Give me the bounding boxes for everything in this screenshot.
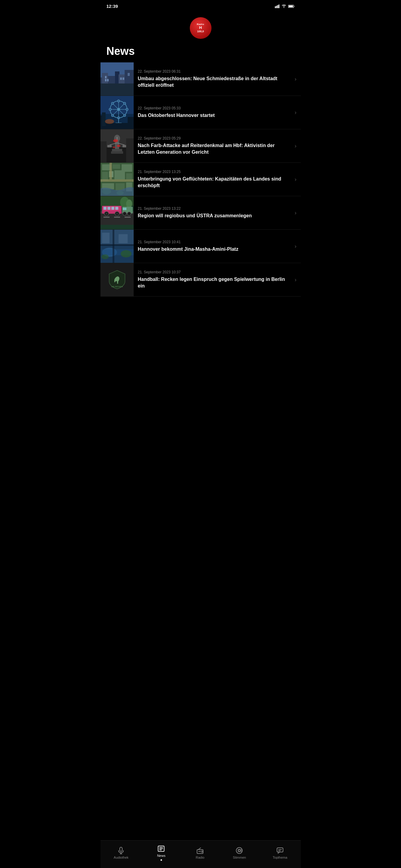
news-headline: Region will regiobus und ÜSTRA zusammenl… — [138, 213, 288, 219]
svg-rect-50 — [107, 145, 112, 147]
svg-rect-83 — [104, 207, 107, 210]
svg-point-56 — [117, 145, 120, 147]
status-time: 12:39 — [107, 4, 118, 9]
svg-rect-0 — [275, 6, 276, 8]
svg-rect-3 — [279, 4, 279, 8]
radio-logo: Radio H 100,0 — [190, 17, 211, 39]
wifi-icon — [282, 4, 286, 8]
news-date: 22. September 2023 05:33 — [138, 106, 288, 110]
svg-rect-103 — [119, 234, 127, 243]
svg-rect-16 — [107, 79, 109, 82]
svg-rect-6 — [289, 5, 293, 7]
news-headline: Nach Farb-Attacke auf Reiterdenkmal am H… — [138, 142, 288, 155]
chevron-right-icon: › — [291, 243, 301, 250]
svg-rect-78 — [104, 217, 110, 218]
svg-rect-62 — [113, 164, 120, 169]
news-item[interactable]: 22. September 2023 05:33 Das Oktoberfest… — [101, 96, 301, 129]
svg-point-29 — [117, 100, 120, 102]
news-date: 21. September 2023 13:25 — [138, 170, 288, 174]
svg-point-55 — [113, 139, 118, 142]
news-headline: Das Oktoberfest Hannover startet — [138, 112, 288, 119]
logo-text-h: H — [199, 26, 202, 30]
chevron-right-icon: › — [291, 110, 301, 116]
svg-point-32 — [126, 108, 128, 111]
svg-rect-15 — [105, 79, 107, 82]
news-headline: Hannover bekommt Jina-Masha-Amini-Platz — [138, 246, 288, 253]
svg-rect-41 — [102, 113, 106, 126]
news-content: 21. September 2023 10:41 Hannover bekomm… — [134, 236, 291, 256]
svg-point-4 — [284, 7, 284, 8]
svg-rect-68 — [101, 179, 134, 182]
svg-point-109 — [121, 250, 132, 257]
svg-rect-101 — [102, 233, 110, 243]
svg-point-97 — [123, 212, 126, 216]
svg-rect-79 — [114, 217, 120, 218]
signal-icon — [275, 4, 280, 8]
svg-point-89 — [106, 213, 107, 215]
news-thumbnail — [101, 230, 134, 263]
svg-rect-59 — [126, 138, 134, 162]
news-date: 21. September 2023 10:37 — [138, 270, 288, 274]
svg-point-36 — [123, 114, 126, 117]
news-date: 22. September 2023 05:29 — [138, 136, 288, 141]
news-date: 21. September 2023 10:41 — [138, 240, 288, 244]
svg-rect-96 — [123, 208, 126, 210]
svg-rect-107 — [113, 230, 114, 263]
svg-rect-51 — [122, 145, 127, 147]
news-thumbnail — [101, 62, 134, 96]
svg-point-90 — [116, 213, 118, 215]
news-content: 21. September 2023 10:37 Handball: Recke… — [134, 267, 291, 293]
svg-text:DIE RECKEN: DIE RECKEN — [111, 285, 123, 287]
news-content: 22. September 2023 05:33 Das Oktoberfest… — [134, 102, 291, 122]
svg-point-110 — [102, 254, 109, 259]
chevron-right-icon: › — [291, 143, 301, 149]
svg-point-93 — [126, 199, 132, 208]
news-thumbnail — [101, 129, 134, 162]
chevron-right-icon: › — [291, 210, 301, 216]
news-thumbnail — [101, 196, 134, 229]
svg-rect-1 — [276, 6, 277, 8]
svg-rect-53 — [112, 149, 122, 151]
svg-point-33 — [111, 102, 114, 104]
svg-rect-19 — [122, 78, 124, 80]
battery-icon — [288, 4, 295, 8]
svg-point-57 — [113, 147, 116, 148]
news-item[interactable]: DIE RECKEN 21. September 2023 10:37 Hand… — [101, 263, 301, 297]
chevron-right-icon: › — [291, 76, 301, 82]
news-thumbnail — [101, 96, 134, 129]
svg-rect-84 — [107, 207, 110, 210]
svg-rect-69 — [110, 163, 112, 179]
news-headline: Handball: Recken legen Einspruch gegen S… — [138, 276, 288, 289]
chevron-right-icon: › — [291, 277, 301, 283]
chevron-right-icon: › — [291, 176, 301, 183]
news-thumbnail — [101, 163, 134, 196]
news-date: 21. September 2023 13:22 — [138, 207, 288, 211]
news-item[interactable]: 21. September 2023 13:22 Region will reg… — [101, 196, 301, 230]
news-item[interactable]: 21. September 2023 13:25 Unterbringung v… — [101, 163, 301, 196]
news-content: 22. September 2023 05:29 Nach Farb-Attac… — [134, 133, 291, 159]
svg-rect-85 — [111, 207, 114, 210]
svg-rect-66 — [114, 170, 125, 179]
svg-rect-20 — [127, 73, 130, 76]
news-item[interactable]: 22. September 2023 06:31 Umbau abgeschlo… — [101, 62, 301, 96]
svg-rect-58 — [101, 141, 107, 162]
svg-rect-42 — [127, 117, 134, 126]
svg-point-43 — [105, 119, 114, 124]
news-content: 21. September 2023 13:22 Region will reg… — [134, 203, 291, 223]
news-content: 21. September 2023 13:25 Unterbringung v… — [134, 166, 291, 192]
svg-point-98 — [127, 212, 131, 216]
svg-point-35 — [111, 114, 114, 117]
news-item[interactable]: 21. September 2023 10:41 Hannover bekomm… — [101, 230, 301, 263]
svg-rect-67 — [126, 173, 132, 179]
news-thumbnail: DIE RECKEN — [101, 263, 134, 296]
app-logo-container: Radio H 100,0 — [101, 11, 301, 42]
svg-rect-80 — [124, 217, 131, 218]
news-item[interactable]: 22. September 2023 05:29 Nach Farb-Attac… — [101, 129, 301, 163]
logo-text-freq: 100,0 — [197, 30, 204, 33]
svg-rect-108 — [101, 244, 134, 246]
status-bar: 12:39 — [101, 0, 301, 11]
news-content: 22. September 2023 06:31 Umbau abgeschlo… — [134, 66, 291, 92]
news-headline: Unterbringung von Geflüchteten: Kapazitä… — [138, 176, 288, 189]
news-list: 22. September 2023 06:31 Umbau abgeschlo… — [101, 62, 301, 297]
svg-rect-17 — [105, 76, 107, 79]
